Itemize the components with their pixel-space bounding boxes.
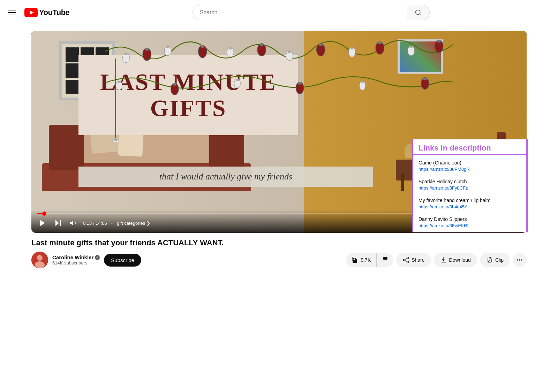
next-button[interactable]: [52, 217, 63, 229]
link-url-1[interactable]: https://amzn.to/3FybCFz: [418, 185, 520, 191]
svg-point-60: [519, 259, 520, 260]
svg-rect-45: [60, 220, 61, 226]
title-overlay: LAST MINUTEGIFTS: [78, 55, 298, 135]
svg-point-56: [407, 261, 409, 263]
header-left: YouTube: [6, 7, 69, 18]
download-button[interactable]: Download: [434, 253, 477, 267]
play-button[interactable]: [37, 217, 48, 229]
verified-icon: [95, 255, 100, 260]
links-popup: Links in description Game (Chameleon) ht…: [412, 139, 527, 232]
channel-avatar[interactable]: [31, 252, 48, 268]
svg-point-61: [521, 259, 522, 260]
clip-button[interactable]: Clip: [480, 253, 510, 267]
links-popup-inner: Links in description Game (Chameleon) ht…: [413, 139, 526, 232]
links-popup-right-bar: [526, 139, 528, 232]
more-options-button[interactable]: [513, 253, 527, 267]
svg-point-2: [416, 10, 420, 14]
subscribe-button[interactable]: Subscribe: [104, 254, 141, 267]
time-total: 14:06: [96, 221, 107, 226]
links-popup-divider: [413, 154, 526, 155]
svg-point-51: [35, 261, 45, 268]
header: YouTube: [0, 0, 558, 25]
links-popup-header: Links in description: [412, 139, 526, 154]
share-label: Share: [412, 257, 424, 263]
link-title-3: Danny Devito Slippers: [418, 216, 520, 222]
link-url-2[interactable]: https://amzn.to/3h4g45A: [418, 204, 520, 209]
main-content: LAST MINUTEGIFTS that I would actually g…: [17, 31, 541, 268]
youtube-logo[interactable]: YouTube: [24, 8, 69, 17]
video-info: Last minute gifts that your friends ACTU…: [31, 238, 527, 268]
channel-row: Caroline Winkler 614K subscribers Subscr…: [31, 252, 527, 268]
svg-point-59: [517, 259, 518, 260]
youtube-logo-text: YouTube: [39, 8, 69, 17]
svg-marker-46: [70, 220, 73, 226]
link-title-1: Sparkle Holiday clutch: [418, 179, 520, 184]
svg-point-50: [37, 255, 43, 261]
chapter-arrow: ❯: [146, 221, 150, 226]
link-item-1: Sparkle Holiday clutch https://amzn.to/3…: [413, 175, 526, 194]
time-current: 0:13: [83, 221, 92, 226]
share-button[interactable]: Share: [396, 253, 431, 267]
search-input[interactable]: [193, 9, 407, 16]
volume-button[interactable]: [68, 217, 79, 229]
like-dislike-group: 9.7K: [346, 253, 393, 267]
svg-line-58: [405, 258, 407, 259]
link-item-2: My favorite hand cream / lip balm https:…: [413, 194, 526, 213]
svg-line-57: [405, 260, 407, 261]
svg-marker-43: [40, 220, 45, 226]
link-url-3[interactable]: https://amzn.to/3FwFKRI: [418, 223, 520, 228]
link-title-2: My favorite hand cream / lip balm: [418, 198, 520, 203]
svg-point-55: [404, 259, 405, 261]
video-title: Last minute gifts that your friends ACTU…: [31, 238, 527, 247]
time-dot-separator: •: [111, 221, 113, 226]
link-url-0[interactable]: https://amzn.to/3uPM8gR: [418, 167, 520, 172]
svg-point-54: [407, 257, 409, 259]
svg-rect-53: [386, 257, 387, 260]
dislike-button[interactable]: [377, 253, 393, 267]
channel-details: Caroline Winkler 614K subscribers: [52, 254, 100, 266]
youtube-logo-icon: [24, 8, 38, 17]
link-title-0: Game (Chameleon): [418, 160, 520, 166]
download-label: Download: [449, 257, 471, 263]
progress-dot: [42, 212, 46, 216]
channel-name: Caroline Winkler: [52, 254, 100, 260]
time-display: 0:13 / 14:06: [83, 221, 107, 226]
video-container: LAST MINUTEGIFTS that I would actually g…: [31, 31, 527, 233]
link-item-3: Danny Devito Slippers https://amzn.to/3F…: [413, 213, 526, 232]
channel-info: Caroline Winkler 614K subscribers Subscr…: [31, 252, 340, 268]
search-button[interactable]: [407, 5, 429, 20]
clip-label: Clip: [495, 257, 504, 263]
like-button[interactable]: 9.7K: [346, 253, 377, 267]
video-sub-title: that I would actually give my friends: [78, 167, 373, 187]
link-item-0: Game (Chameleon) https://amzn.to/3uPM8gR: [413, 156, 526, 175]
video-main-title: LAST MINUTEGIFTS: [99, 69, 277, 121]
header-center: [69, 5, 552, 20]
like-count: 9.7K: [361, 257, 371, 263]
svg-line-3: [420, 14, 421, 15]
progress-fill: [37, 213, 44, 214]
hamburger-menu[interactable]: [6, 7, 19, 18]
action-buttons: 9.7K Share: [346, 253, 527, 267]
svg-marker-44: [55, 220, 59, 226]
channel-name-text: Caroline Winkler: [52, 254, 93, 260]
svg-rect-52: [353, 260, 354, 263]
subscriber-count: 614K subscribers: [52, 260, 100, 266]
chapter-text: gift categories: [117, 221, 145, 226]
search-bar: [193, 5, 430, 20]
wall-painting: [398, 39, 443, 74]
chapter-tag[interactable]: gift categories ❯: [117, 221, 150, 226]
